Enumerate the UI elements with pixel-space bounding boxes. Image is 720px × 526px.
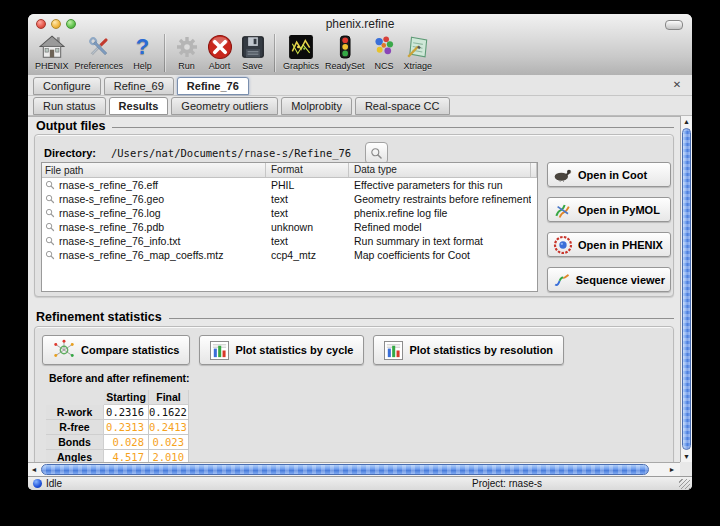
file-data-type: Geometry restraints before refinement <box>349 193 531 205</box>
file-row[interactable]: rnase-s_refine_76.pdb unknown Refined mo… <box>42 220 537 234</box>
stats-col-starting: Starting <box>104 390 149 405</box>
coot-bird-icon <box>553 168 573 182</box>
bar-chart-icon <box>384 341 403 360</box>
network-graph-icon <box>53 339 75 361</box>
plot-statistics-by-resolution-button[interactable]: Plot statistics by resolution <box>373 335 564 365</box>
output-files-heading: Output files <box>36 119 674 133</box>
refinement-statistics-panel: Compare statistics Plot statistics by cy… <box>34 326 674 462</box>
tab-geometry-outliers[interactable]: Geometry outliers <box>171 97 278 115</box>
resize-grip[interactable] <box>679 479 690 489</box>
table-header-row: File path Format Data type <box>42 163 537 178</box>
toolbar-button-abort[interactable]: Abort <box>203 33 236 72</box>
home-icon <box>38 34 65 60</box>
tab-real-space-cc[interactable]: Real-space CC <box>355 97 450 115</box>
toolbar: PHENIX Preferences ? Help Run <box>32 33 435 75</box>
compare-statistics-button[interactable]: Compare statistics <box>42 335 190 365</box>
column-header-format[interactable]: Format <box>266 163 349 177</box>
status-text: Idle <box>46 477 62 490</box>
vertical-scrollbar-thumb[interactable] <box>682 128 691 450</box>
question-mark-icon: ? <box>129 34 156 60</box>
toolbar-button-preferences[interactable]: Preferences <box>72 33 127 72</box>
sequence-viewer-button[interactable]: Sequence viewer <box>547 267 671 292</box>
stats-col-final: Final <box>149 390 189 405</box>
stats-row-label: Angles <box>46 450 104 462</box>
pymol-ribbon-icon <box>553 200 573 220</box>
file-row[interactable]: rnase-s_refine_76.eff PHIL Effective par… <box>42 178 537 192</box>
scroll-right-arrow-icon[interactable] <box>666 463 678 476</box>
horizontal-scrollbar-thumb[interactable] <box>41 464 649 475</box>
tab-run-status[interactable]: Run status <box>33 97 106 115</box>
open-in-phenix-button[interactable]: Open in PHENIX <box>547 232 671 257</box>
button-label: Open in PyMOL <box>578 204 660 216</box>
scroll-left-arrow-icon[interactable] <box>28 463 40 476</box>
file-data-type: Refined model <box>349 221 531 233</box>
stats-final-value: 2.010 <box>149 450 189 462</box>
file-data-type: phenix.refine log file <box>349 207 531 219</box>
stats-starting-value: 4.517 <box>104 450 149 462</box>
electron-density-icon <box>288 34 315 60</box>
column-header-file-path[interactable]: File path <box>42 163 266 177</box>
file-path: rnase-s_refine_76.pdb <box>59 221 164 233</box>
close-tab-icon[interactable] <box>671 79 683 91</box>
toolbar-separator <box>164 34 165 72</box>
file-data-type: Map coefficients for Coot <box>349 249 531 261</box>
toolbar-label: ReadySet <box>325 61 365 71</box>
file-path: rnase-s_refine_76.eff <box>59 179 158 191</box>
project-label: Project: rnase-s <box>472 477 542 490</box>
magnifier-icon <box>45 180 55 190</box>
open-in-pymol-button[interactable]: Open in PyMOL <box>547 197 671 222</box>
stats-final-value: 0.1622 <box>149 405 189 420</box>
refinement-statistics-heading-text: Refinement statistics <box>36 310 162 324</box>
results-tab-bar: Run status Results Geometry outliers Mol… <box>28 96 692 116</box>
abort-x-icon <box>206 34 233 60</box>
tab-configure[interactable]: Configure <box>33 77 101 95</box>
toolbar-label: Xtriage <box>404 61 433 71</box>
magnifier-icon <box>45 208 55 218</box>
tab-results[interactable]: Results <box>109 97 169 115</box>
toolbar-button-help[interactable]: ? Help <box>126 33 159 72</box>
magnifier-icon <box>45 236 55 246</box>
toolbar-button-save[interactable]: Save <box>236 33 269 72</box>
toolbar-button-xtriage[interactable]: Xtriage <box>401 33 436 72</box>
toolbar-label: Graphics <box>283 61 319 71</box>
file-format: text <box>266 235 349 247</box>
file-format: text <box>266 193 349 205</box>
horizontal-scrollbar[interactable] <box>28 462 680 476</box>
magnifier-icon <box>45 222 55 232</box>
tab-refine-76[interactable]: Refine_76 <box>177 77 249 95</box>
vertical-scrollbar[interactable] <box>680 116 692 462</box>
file-row[interactable]: rnase-s_refine_76_info.txt text Run summ… <box>42 234 537 248</box>
browse-directory-button[interactable] <box>365 142 388 164</box>
toolbar-label: Help <box>133 61 152 71</box>
toolbar-label: PHENIX <box>35 61 69 71</box>
toolbar-button-graphics[interactable]: Graphics <box>280 33 322 72</box>
floppy-disk-icon <box>239 34 266 60</box>
sequence-worm-icon <box>553 272 571 288</box>
molecules-icon <box>371 34 398 60</box>
toolbar-toggle-button[interactable] <box>665 20 683 30</box>
tab-refine-69[interactable]: Refine_69 <box>104 77 174 95</box>
toolbar-label: Save <box>242 61 263 71</box>
directory-label: Directory: <box>44 147 96 159</box>
scroll-up-arrow-icon[interactable] <box>681 116 692 127</box>
column-header-data-type[interactable]: Data type <box>349 163 531 177</box>
magnifier-icon <box>45 194 55 204</box>
file-row[interactable]: rnase-s_refine_76.geo text Geometry rest… <box>42 192 537 206</box>
refinement-statistics-heading: Refinement statistics <box>36 310 674 324</box>
directory-path: /Users/nat/Documents/rnase-s/Refine_76 <box>111 147 351 159</box>
toolbar-label: Preferences <box>75 61 124 71</box>
open-in-coot-button[interactable]: Open in Coot <box>547 162 671 187</box>
file-row[interactable]: rnase-s_refine_76.log text phenix.refine… <box>42 206 537 220</box>
stats-row-label: R-free <box>46 420 104 435</box>
toolbar-button-ncs[interactable]: NCS <box>368 33 401 72</box>
toolbar-button-readyset[interactable]: ReadySet <box>322 33 368 72</box>
toolbar-button-run[interactable]: Run <box>170 33 203 72</box>
file-data-type: Run summary in text format <box>349 235 531 247</box>
tab-molprobity[interactable]: Molprobity <box>281 97 352 115</box>
scroll-down-arrow-icon[interactable] <box>681 451 692 462</box>
file-row[interactable]: rnase-s_refine_76_map_coeffs.mtz ccp4_mt… <box>42 248 537 262</box>
plot-statistics-by-cycle-button[interactable]: Plot statistics by cycle <box>199 335 364 365</box>
file-path: rnase-s_refine_76_info.txt <box>59 235 180 247</box>
toolbar-separator <box>274 34 275 72</box>
toolbar-button-phenix[interactable]: PHENIX <box>32 33 72 72</box>
